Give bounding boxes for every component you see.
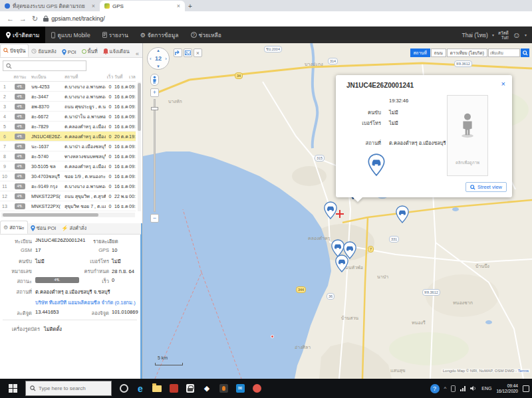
nav-item-manage-data[interactable]: ⚙ จัดการข้อมูล <box>134 27 185 43</box>
table-row[interactable]: 94ช.30-5105 ชลต.คลองตำหรุ อ.เมืองชลบุรี … <box>0 161 136 171</box>
network-icon[interactable] <box>460 386 466 391</box>
zoom-slider-track[interactable] <box>154 99 156 212</box>
browser-tab-2[interactable]: GPS × <box>100 1 185 11</box>
nav-item-tracking[interactable]: เข้าติดตาม <box>0 27 45 43</box>
column-header[interactable]: สถานะ <box>9 74 31 80</box>
table-row[interactable]: 54ช.ฮะ-7829ต.คลองตำหรุ อ.เมืองชลบุรี จ.0… <box>0 122 136 132</box>
table-row[interactable]: 14ช.นข-4253ต.บางนาง อ.พานทอง จ.ชลบ016 ธ.… <box>0 82 136 92</box>
collapse-sidebar-icon[interactable]: « <box>132 50 142 57</box>
table-row[interactable]: 104ช.30-4703ชลบุรีซอย 1/9 , ต.หนองกะขะ อ… <box>0 171 136 181</box>
taskbar-search-input[interactable] <box>39 385 102 391</box>
red-app-icon[interactable] <box>168 383 179 394</box>
poi-dot[interactable] <box>271 335 274 338</box>
close-tools-button[interactable]: × <box>194 49 202 57</box>
image-tool-button[interactable] <box>184 49 192 57</box>
vehicle-marker[interactable] <box>335 254 348 272</box>
table-row[interactable]: 84ช.ฮะ-5740ทางหลวงชนบทชลบุรี , ต.บาง016 … <box>0 151 136 161</box>
pan-down-icon[interactable]: ▼ <box>156 64 160 68</box>
vehicle-table: 14ช.นข-4253ต.บางนาง อ.พานทอง จ.ชลบ016 ธ.… <box>0 82 136 211</box>
column-header[interactable]: เวลา <box>128 74 136 80</box>
layer-button-places[interactable]: สถานที่ <box>410 49 430 57</box>
dropbox-icon[interactable]: ◆ <box>201 383 212 394</box>
zoom-in-button[interactable]: + <box>150 88 159 97</box>
search-input[interactable] <box>14 63 80 69</box>
nav-item-mobile-view[interactable]: ดูแบบ Mobile <box>45 27 96 43</box>
map-search-button[interactable] <box>521 49 529 57</box>
cortana-icon[interactable] <box>118 383 129 394</box>
language-selector[interactable]: Thai (ไทย) <box>462 31 487 40</box>
close-icon[interactable]: × <box>501 80 505 88</box>
column-header[interactable]: วันที่ <box>114 74 128 80</box>
browser-tab-1[interactable]: ที่สุดของระบบ GPS ติดตามรถย × <box>0 1 100 11</box>
zoom-out-button[interactable]: − <box>150 214 159 223</box>
tab-hide-poi[interactable]: ซ่อน POI <box>28 222 59 234</box>
attribution-link[interactable]: Terms <box>518 369 529 373</box>
map-pan-control[interactable]: ▲ ▼ ‹ › 12 <box>147 47 170 70</box>
table-row[interactable]: 114ช.ฮะ-9149 กรุงต.บางนาง อ.พานทอง จ.ชลบ… <box>0 181 136 191</box>
street-view-button[interactable]: Street view <box>466 182 507 192</box>
map-canvas[interactable]: บางปะกงบางหักหนองตำลึงพานทองมาบโป่งคลองต… <box>143 43 532 379</box>
vehicle-marker[interactable] <box>396 205 409 223</box>
new-tab-button[interactable]: + <box>185 2 196 11</box>
pan-up-icon[interactable]: ▲ <box>156 49 160 52</box>
file-explorer-icon[interactable] <box>152 383 162 394</box>
map-search-input[interactable] <box>488 49 520 57</box>
url-field[interactable]: gpsiam.net/tracking/ <box>43 15 105 22</box>
search-box[interactable] <box>3 60 86 71</box>
table-row[interactable]: 74ช.นะ-1637ต.นาป่า อ.เมืองชลบุรี จ.ชลบุร… <box>0 142 136 151</box>
back-icon[interactable]: ← <box>7 15 14 23</box>
pan-left-icon[interactable]: ‹ <box>150 56 152 62</box>
lock-app-icon[interactable] <box>185 383 196 394</box>
close-icon[interactable]: × <box>177 3 180 9</box>
details-link[interactable]: รายละเอียด <box>93 237 118 245</box>
column-header[interactable]: ทะเบียน <box>31 74 64 80</box>
close-icon[interactable]: × <box>92 3 95 9</box>
orange-app-icon[interactable] <box>251 383 262 394</box>
taskbar-search[interactable] <box>25 381 112 396</box>
pegman-button[interactable] <box>150 74 159 86</box>
tab-poi[interactable]: POI <box>59 47 79 57</box>
show-hidden-icons[interactable]: ^ <box>444 385 447 391</box>
tab-current[interactable]: ปัจจุบัน <box>0 44 29 57</box>
start-button[interactable] <box>0 379 25 398</box>
action-center-icon[interactable] <box>523 385 529 392</box>
table-row[interactable]: 24ช.ฮะ-3447ต.บางนาง อ.พานทอง จ.ชลบ016 ธ.… <box>0 92 136 102</box>
street-view-preview[interactable]: คลิกเพื่อดูภาพ <box>447 95 488 176</box>
table-horizontal-scrollbar[interactable] <box>1 213 135 217</box>
vehicle-marker[interactable] <box>324 201 337 219</box>
column-header[interactable]: เร็ว <box>106 74 114 80</box>
panel-scrollbar[interactable] <box>140 223 142 379</box>
dark-app-icon[interactable] <box>218 383 229 394</box>
zoom-slider-thumb[interactable] <box>151 107 158 110</box>
mail-icon[interactable]: ✉ <box>235 383 245 394</box>
volume-icon[interactable] <box>470 385 477 391</box>
help-tray-icon[interactable]: ? <box>430 384 440 393</box>
nearest-poi-link[interactable]: บริษัท ทีเอสบีที แอมพลีคอนซีล จำกัด (0.1… <box>35 298 136 306</box>
column-header[interactable]: สถานที่ <box>64 74 106 80</box>
layer-button-road[interactable]: ถนน <box>431 49 446 57</box>
language-indicator[interactable]: ENG <box>481 386 491 391</box>
edge-icon[interactable]: e <box>135 383 146 394</box>
route-tool-button[interactable] <box>174 49 182 57</box>
table-row[interactable]: 124ช.MNKST22PS(ถนน สุขุมวิท , ต.สุรศักดิ… <box>0 191 136 201</box>
user-avatar-icon[interactable]: ☺ <box>513 31 521 39</box>
table-row[interactable]: 134ช.MNKST22PX(สุขุมวิท ซอย 7 , ต.แสนสุข… <box>0 201 136 211</box>
layer-button-satellite[interactable]: ดาวเทียม (ไฮบริด) <box>447 49 487 57</box>
nav-item-help[interactable]: ? ช่วยเหลือ <box>185 27 227 43</box>
tab-alerts[interactable]: แจ้งเตือน <box>100 45 132 57</box>
reload-icon[interactable]: ↻ <box>32 15 38 23</box>
taskbar-clock[interactable]: 09:44 16/12/2020 <box>496 383 518 394</box>
forward-icon[interactable]: → <box>19 15 27 23</box>
device-icon[interactable] <box>451 385 456 392</box>
tab-send-command[interactable]: ⚡ ส่งคำสั่ง <box>59 222 89 234</box>
table-row[interactable]: 34ช.ฮพ-8370ถนน ศุขประยูร , ต.นาป่า อ.เมื… <box>0 102 136 112</box>
table-row[interactable]: 44ช.ฮะ-6672ต.นาป่าใน อ.พานทอง จ.ชลบ016 ธ… <box>0 112 136 122</box>
tab-status[interactable]: ⚙ สถานะ <box>0 221 28 234</box>
table-vertical-scrollbar[interactable] <box>138 82 141 211</box>
tab-geofence[interactable]: พื้นที่ <box>79 45 100 57</box>
chevron-down-icon[interactable]: ▾ <box>525 33 527 37</box>
tab-history[interactable]: ย้อนหลัง <box>29 45 59 57</box>
nav-item-reports[interactable]: รายงาน <box>96 27 134 43</box>
pan-right-icon[interactable]: › <box>165 56 167 62</box>
table-row[interactable]: 64ช.JN1UC4E26Z-ต.คลองตำหรุ อ.เมืองชลบุรี… <box>0 132 136 142</box>
